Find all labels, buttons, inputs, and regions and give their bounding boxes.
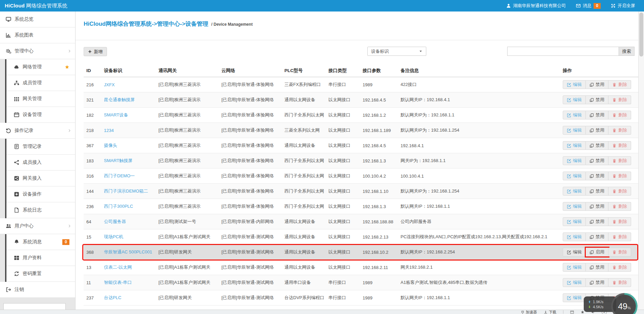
sidebar-item[interactable]: 管理记录 <box>6 139 75 155</box>
filter-dropdown[interactable]: 设备标识 <box>367 47 426 56</box>
sidebar-item[interactable]: 用户资料 <box>6 250 75 266</box>
table-row[interactable]: 64公司服务器[已启用]测试架一号[已启用]华辰智通-内部网络通用以太网设备以太… <box>84 214 640 229</box>
disable-button[interactable]: 禁用 <box>586 263 608 272</box>
disable-button[interactable]: 禁用 <box>586 80 608 89</box>
sidebar-item[interactable]: 管理中心 <box>0 43 75 59</box>
sidebar-item[interactable]: 网关管理 <box>6 91 75 107</box>
table-row[interactable]: 2181234[已启用]株洲三菱演示[已启用]华辰智通-体验网络三菱全系列以太网… <box>84 123 640 138</box>
sidebar-item[interactable]: 用户中心 <box>0 218 75 234</box>
device-name-link[interactable]: 现场PC机 <box>104 234 123 239</box>
device-name-link[interactable]: SMART触摸屏 <box>104 158 132 163</box>
disable-button[interactable]: 禁用 <box>586 156 608 165</box>
sidebar-item[interactable]: 操作记录 <box>0 123 75 139</box>
device-name-link[interactable]: SMART设备 <box>104 112 128 117</box>
table-row[interactable]: 237台达PLC[已启用]研发网关[已启用]华辰智通-测试网络台达DVP系列编程… <box>84 290 640 306</box>
device-name-link[interactable]: JXFX <box>104 82 115 87</box>
table-row[interactable]: 368华辰智通AC 500PLC001[已启用]研发网关[已启用]华辰智通-测试… <box>84 245 640 260</box>
disable-button[interactable]: 禁用 <box>586 111 608 119</box>
enable-button[interactable]: 启用 <box>586 248 608 256</box>
sidebar-item[interactable]: 设备操作 <box>6 186 75 202</box>
delete-button[interactable]: 删除 <box>608 172 631 180</box>
scrollbar-track[interactable] <box>638 12 644 314</box>
sidebar-item[interactable]: 成员管理 <box>6 75 75 91</box>
table-row[interactable]: 11智能仪表-串口[已启用]A1栋客户测试网关[已启用]华辰智通-测试网络通用串… <box>84 275 640 290</box>
delete-button[interactable]: 删除 <box>608 95 631 104</box>
edit-button[interactable]: 编辑 <box>563 80 586 89</box>
table-row[interactable]: 216JXFX[已启用]株洲三菱演示[已启用]华辰智通-体验网络三菱FX系列编程… <box>84 77 640 92</box>
device-name-link[interactable]: 公司服务器 <box>104 219 126 224</box>
edit-button[interactable]: 编辑 <box>563 187 586 196</box>
edit-button[interactable]: 编辑 <box>563 172 586 180</box>
table-row[interactable]: 15现场PC机[已启用]A1栋客户测试网关[已启用]华辰智通-测试网络通用以太网… <box>84 229 640 245</box>
sidebar-item[interactable]: 注销 <box>0 282 75 298</box>
fullscreen-button[interactable]: 开启全屏 <box>611 3 635 9</box>
device-name-link[interactable]: 昆仑通泰触摸屏 <box>104 97 135 102</box>
search-input[interactable] <box>507 47 619 56</box>
delete-button[interactable]: 删除 <box>608 141 631 150</box>
delete-button[interactable]: 删除 <box>608 278 631 287</box>
company-menu[interactable]: 湖南华辰智通科技有限公司 <box>506 3 566 9</box>
device-name-link[interactable]: 西门子演示DEMO箱二 <box>104 188 148 194</box>
sidebar-item[interactable]: 系统日志 <box>6 202 75 218</box>
sidebar-item[interactable]: 设备管理 <box>6 107 75 123</box>
edit-button[interactable]: 编辑 <box>563 141 586 150</box>
edit-button[interactable]: 编辑 <box>563 95 586 104</box>
sidebar-item[interactable]: 系统消息0 <box>6 234 75 250</box>
device-name-link[interactable]: 华辰智通AC 500PLC001 <box>104 249 152 254</box>
disable-button[interactable]: 禁用 <box>586 126 608 135</box>
edit-button[interactable]: 编辑 <box>563 293 586 302</box>
window-tool-button[interactable] <box>570 310 574 314</box>
table-row[interactable]: 182SMART设备[已启用]株洲三菱演示[已启用]华辰智通-体验网络西门子全系… <box>84 108 640 123</box>
messages-menu[interactable]: 消息 0 <box>576 3 601 9</box>
table-row[interactable]: 183SMART触摸屏[已启用]株洲三菱演示[已启用]华辰智通-体验网络西门子全… <box>84 153 640 169</box>
device-name-link[interactable]: 台达PLC <box>104 295 121 300</box>
edit-button[interactable]: 编辑 <box>563 111 586 119</box>
sidebar-item[interactable]: 密码重置 <box>6 266 75 282</box>
delete-button[interactable]: 删除 <box>608 232 631 241</box>
delete-button[interactable]: 删除 <box>608 202 631 211</box>
edit-button[interactable]: 编辑 <box>563 202 586 211</box>
delete-button[interactable]: 删除 <box>608 126 631 135</box>
device-name-link[interactable]: 西门子DEMO一 <box>104 173 135 178</box>
sidebar-item[interactable]: 成员接入 <box>6 155 75 171</box>
device-name-link[interactable]: 西门子300PLC <box>104 204 133 209</box>
disable-button[interactable]: 禁用 <box>586 217 608 226</box>
delete-button[interactable]: 删除 <box>608 248 631 256</box>
device-name-link[interactable]: 摄像头 <box>104 143 117 148</box>
delete-button[interactable]: 删除 <box>608 217 631 226</box>
sidebar-item[interactable]: 系统总览 <box>0 12 75 27</box>
favorite-tool-button[interactable] <box>581 310 584 314</box>
search-button[interactable]: 搜索 <box>619 47 635 56</box>
delete-button[interactable]: 删除 <box>608 187 631 196</box>
edit-button[interactable]: 编辑 <box>563 156 586 165</box>
delete-button[interactable]: 删除 <box>608 111 631 119</box>
delete-button[interactable]: 删除 <box>608 80 631 89</box>
sidebar-item[interactable]: 网络管理 <box>6 59 75 75</box>
table-row[interactable]: 316西门子DEMO一[已启用]株洲三菱演示[已启用]华辰智通-体验网络西门子全… <box>84 169 640 184</box>
disable-button[interactable]: 禁用 <box>586 172 608 180</box>
edit-button[interactable]: 编辑 <box>563 232 586 241</box>
download-item[interactable]: 下载 <box>544 310 556 314</box>
table-row[interactable]: 321昆仑通泰触摸屏[已启用]株洲三菱演示[已启用]华辰智通-体验网络通用以太网… <box>84 92 640 108</box>
edit-button[interactable]: 编辑 <box>563 278 586 287</box>
edit-button[interactable]: 编辑 <box>563 217 586 226</box>
edit-button[interactable]: 编辑 <box>563 126 586 135</box>
disable-button[interactable]: 禁用 <box>586 187 608 196</box>
disable-button[interactable]: 禁用 <box>586 95 608 104</box>
table-row[interactable]: 13仪表二-以太网[已启用]A1栋客户测试网关[已启用]华辰智通-测试网络通用以… <box>84 260 640 275</box>
device-name-link[interactable]: 1234 <box>104 128 114 133</box>
table-row[interactable]: 144西门子演示DEMO箱二[已启用]株洲三菱演示[已启用]华辰智通-体验网络西… <box>84 184 640 199</box>
device-name-link[interactable]: 仪表二-以太网 <box>104 265 132 270</box>
device-name-link[interactable]: 智能仪表-串口 <box>104 280 132 285</box>
sidebar-item[interactable]: 系统图表 <box>0 27 75 43</box>
edit-button[interactable]: 编辑 <box>563 263 586 272</box>
accelerator-item[interactable]: 加速器 <box>521 310 537 314</box>
scrollbar-thumb[interactable] <box>639 13 643 57</box>
delete-button[interactable]: 删除 <box>608 263 631 272</box>
edit-button[interactable]: 编辑 <box>563 248 586 256</box>
disable-button[interactable]: 禁用 <box>586 141 608 150</box>
sidebar-item[interactable]: 网关接入 <box>6 171 75 186</box>
disable-button[interactable]: 禁用 <box>586 232 608 241</box>
table-row[interactable]: 236西门子300PLC[已启用]株洲三菱演示[已启用]华辰智通-体验网络西门子… <box>84 199 640 214</box>
disable-button[interactable]: 禁用 <box>586 278 608 287</box>
